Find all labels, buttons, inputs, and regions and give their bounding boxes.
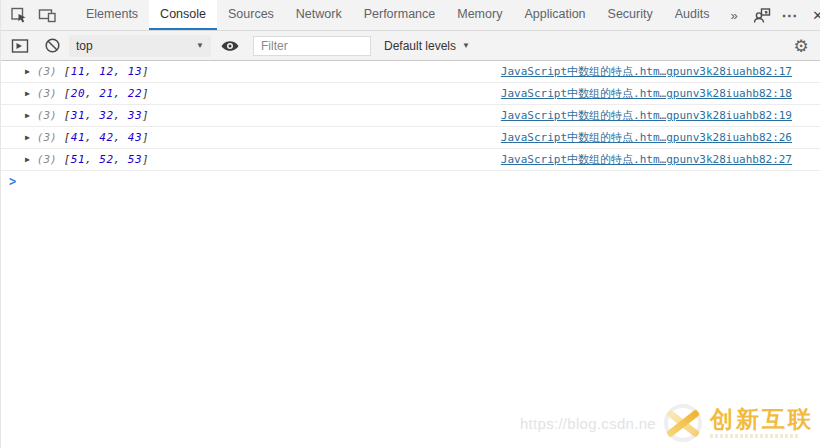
expand-arrow-icon[interactable]: ▶ — [25, 67, 30, 76]
tab-label: Network — [296, 7, 342, 21]
tabbar-right-icons: ⋯ ✕ — [748, 0, 820, 30]
tab-label: Memory — [457, 7, 502, 21]
tab-overflow-icon[interactable]: » — [720, 0, 747, 30]
console-messages: ▶ (3) [11, 12, 13] JavaScript中数组的特点.htm…… — [1, 61, 820, 171]
expand-arrow-icon[interactable]: ▶ — [25, 89, 30, 98]
console-message-row: ▶ (3) [51, 52, 53] JavaScript中数组的特点.htm…… — [1, 149, 820, 171]
source-link[interactable]: JavaScript中数组的特点.htm…gpunv3k28iuahb82:17 — [501, 64, 792, 79]
tab-security[interactable]: Security — [597, 0, 664, 30]
watermark-tagline — [710, 434, 798, 438]
watermark: https://blog.csdn.ne 创新互联 — [520, 404, 814, 442]
array-length-badge: (3) — [37, 87, 57, 100]
log-levels-dropdown[interactable]: Default levels ▼ — [384, 39, 470, 53]
array-length-badge: (3) — [37, 153, 57, 166]
tab-label: Sources — [228, 7, 274, 21]
console-prompt-input[interactable] — [24, 171, 812, 193]
tab-label: Application — [524, 7, 585, 21]
tab-performance[interactable]: Performance — [353, 0, 447, 30]
tabbar-left-icons — [1, 0, 61, 30]
inspect-element-icon[interactable] — [5, 0, 33, 30]
source-link[interactable]: JavaScript中数组的特点.htm…gpunv3k28iuahb82:27 — [501, 152, 792, 167]
console-message-row: ▶ (3) [20, 21, 22] JavaScript中数组的特点.htm…… — [1, 83, 820, 105]
tab-label: Performance — [364, 7, 436, 21]
brand-logo-icon — [664, 404, 702, 442]
tab-sources[interactable]: Sources — [217, 0, 285, 30]
console-prompt-row: > — [1, 171, 820, 193]
devtools-window: Elements Console Sources Network Perform… — [0, 0, 820, 448]
source-link[interactable]: JavaScript中数组的特点.htm…gpunv3k28iuahb82:26 — [501, 130, 792, 145]
user-feedback-icon[interactable] — [748, 0, 776, 30]
array-length-badge: (3) — [37, 65, 57, 78]
brand-block: 创新互联 — [710, 408, 814, 438]
settings-gear-icon[interactable]: ⚙ — [788, 33, 814, 59]
console-message-row: ▶ (3) [11, 12, 13] JavaScript中数组的特点.htm…… — [1, 61, 820, 83]
execution-context-selector[interactable]: top ▼ — [69, 35, 211, 57]
array-preview[interactable]: [11, 12, 13] — [64, 65, 150, 78]
tab-label: Console — [160, 7, 206, 21]
tab-network[interactable]: Network — [285, 0, 353, 30]
tab-label: Audits — [675, 7, 710, 21]
source-link[interactable]: JavaScript中数组的特点.htm…gpunv3k28iuahb82:19 — [501, 108, 792, 123]
expand-arrow-icon[interactable]: ▶ — [25, 133, 30, 142]
chevron-down-icon: ▼ — [462, 41, 470, 50]
expand-arrow-icon[interactable]: ▶ — [25, 111, 30, 120]
tab-label: Elements — [86, 7, 138, 21]
devtools-tabbar: Elements Console Sources Network Perform… — [1, 0, 820, 31]
console-sidebar-toggle-icon[interactable] — [7, 33, 33, 59]
array-preview[interactable]: [31, 32, 33] — [64, 109, 150, 122]
array-preview[interactable]: [41, 42, 43] — [64, 131, 150, 144]
watermark-url: https://blog.csdn.ne — [520, 415, 656, 432]
brand-name: 创新互联 — [710, 408, 814, 431]
tab-label: Security — [608, 7, 653, 21]
device-toolbar-icon[interactable] — [33, 0, 61, 30]
tab-strip: Elements Console Sources Network Perform… — [75, 0, 720, 30]
clear-console-icon[interactable] — [39, 33, 65, 59]
prompt-chevron-icon: > — [9, 174, 16, 189]
tab-memory[interactable]: Memory — [446, 0, 513, 30]
console-message-row: ▶ (3) [41, 42, 43] JavaScript中数组的特点.htm…… — [1, 127, 820, 149]
array-length-badge: (3) — [37, 131, 57, 144]
close-icon[interactable]: ✕ — [804, 0, 820, 30]
context-selector-value: top — [76, 39, 93, 53]
source-link[interactable]: JavaScript中数组的特点.htm…gpunv3k28iuahb82:18 — [501, 86, 792, 101]
console-toolbar: top ▼ Default levels ▼ ⚙ — [1, 31, 820, 61]
array-preview[interactable]: [51, 52, 53] — [64, 153, 150, 166]
more-options-icon[interactable]: ⋯ — [776, 0, 804, 30]
filter-input[interactable] — [253, 36, 371, 56]
log-levels-label: Default levels — [384, 39, 456, 53]
tab-console[interactable]: Console — [149, 0, 217, 30]
console-message-row: ▶ (3) [31, 32, 33] JavaScript中数组的特点.htm…… — [1, 105, 820, 127]
tab-application[interactable]: Application — [513, 0, 596, 30]
expand-arrow-icon[interactable]: ▶ — [25, 155, 30, 164]
live-expression-eye-icon[interactable] — [217, 33, 243, 59]
tab-elements[interactable]: Elements — [75, 0, 149, 30]
tab-audits[interactable]: Audits — [664, 0, 721, 30]
array-length-badge: (3) — [37, 109, 57, 122]
chevron-down-icon: ▼ — [196, 41, 204, 50]
array-preview[interactable]: [20, 21, 22] — [64, 87, 150, 100]
